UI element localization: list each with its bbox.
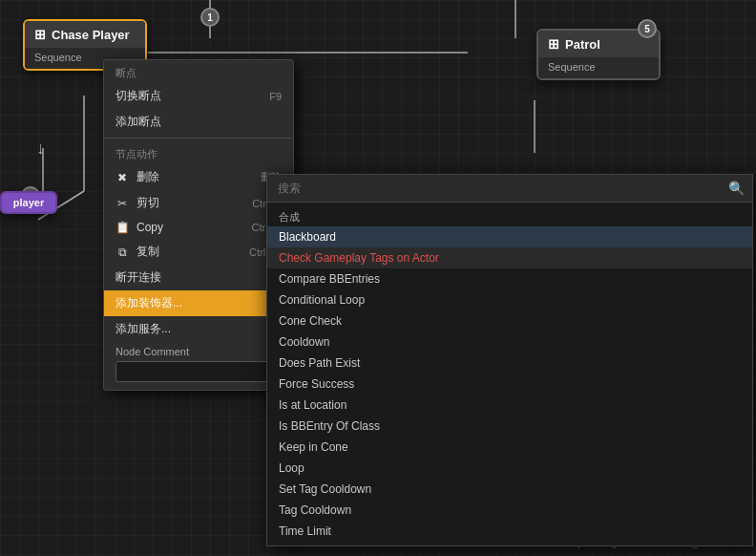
search-list: 合成 BlackboardCheck Gameplay Tags on Acto… — [267, 203, 752, 545]
menu-toggle-breakpoint-shortcut: F9 — [269, 91, 282, 102]
node-chase-subtitle: Sequence — [34, 52, 82, 63]
node-player[interactable]: player — [0, 191, 57, 214]
menu-add-service-label: 添加服务... — [116, 321, 171, 337]
search-section-label: 合成 — [267, 206, 752, 226]
menu-add-breakpoint[interactable]: 添加断点 — [104, 109, 293, 135]
search-item[interactable]: Tag Cooldown — [267, 500, 752, 521]
search-item[interactable]: Is BBEntry Of Class — [267, 416, 752, 437]
menu-duplicate-label: 复制 — [136, 244, 159, 260]
search-bar: 🔍 — [267, 175, 752, 203]
context-menu[interactable]: 断点 切换断点 F9 添加断点 节点动作 ✖ 删除 删除 ✂ 剪切 Ctrl+X… — [103, 59, 294, 391]
search-icon[interactable]: 🔍 — [728, 181, 745, 196]
menu-disconnect[interactable]: 断开连接 — [104, 265, 293, 290]
menu-duplicate[interactable]: ⧉ 复制 Ctrl+W — [104, 239, 293, 265]
menu-cut[interactable]: ✂ 剪切 Ctrl+X — [104, 190, 293, 216]
menu-delete-label: 删除 — [136, 169, 159, 185]
menu-toggle-breakpoint-label: 切换断点 — [116, 88, 161, 104]
section-node-action: 节点动作 — [104, 141, 293, 164]
node-patrol-subtitle: Sequence — [548, 61, 596, 73]
node-patrol-icon: ⊞ — [548, 36, 559, 52]
search-panel[interactable]: 🔍 合成 BlackboardCheck Gameplay Tags on Ac… — [266, 174, 753, 546]
search-item[interactable]: Force Success — [267, 374, 752, 395]
search-item[interactable]: Compare BBEntries — [267, 268, 752, 289]
menu-add-decorator-label: 添加装饰器... — [116, 295, 182, 311]
node-patrol-title: Patrol — [565, 37, 600, 52]
menu-add-decorator[interactable]: 添加装饰器... ▶ — [104, 290, 293, 316]
search-item[interactable]: Cone Check — [267, 310, 752, 331]
search-item[interactable]: Blackboard — [267, 226, 752, 247]
search-item[interactable]: Set Tag Cooldown — [267, 479, 752, 500]
menu-add-breakpoint-label: 添加断点 — [116, 114, 161, 130]
search-item[interactable]: Check Gameplay Tags on Actor — [267, 247, 752, 268]
cut-icon: ✂ — [116, 197, 129, 210]
menu-copy-label: Copy — [136, 221, 163, 234]
badge-5: 5 — [638, 19, 657, 38]
search-input[interactable] — [275, 179, 728, 198]
search-item[interactable]: Cooldown — [267, 331, 752, 353]
node-comment-input[interactable] — [116, 361, 282, 382]
section-breakpoint: 断点 — [104, 60, 293, 83]
search-item[interactable]: Loop — [267, 458, 752, 479]
node-comment-label: Node Comment — [104, 342, 293, 359]
node-chase-icon: ⊞ — [34, 27, 46, 42]
search-item[interactable]: Does Path Exist — [267, 353, 752, 374]
menu-add-service[interactable]: 添加服务... ▶ — [104, 316, 293, 342]
menu-copy[interactable]: 📋 Copy Ctrl+C — [104, 216, 293, 239]
search-item[interactable]: Is at Location — [267, 395, 752, 416]
node-player-header: player — [2, 193, 55, 212]
arrow-down: ↓ — [36, 139, 45, 159]
search-item[interactable]: Conditional Loop — [267, 289, 752, 310]
delete-icon: ✖ — [116, 171, 129, 184]
node-patrol-body: Sequence — [538, 57, 659, 78]
copy-icon: 📋 — [116, 221, 129, 234]
badge-1: 1 — [200, 8, 220, 27]
search-item[interactable]: Keep in Cone — [267, 437, 752, 458]
menu-delete[interactable]: ✖ 删除 删除 — [104, 164, 293, 190]
menu-toggle-breakpoint[interactable]: 切换断点 F9 — [104, 83, 293, 109]
menu-cut-label: 剪切 — [136, 195, 159, 211]
menu-disconnect-label: 断开连接 — [116, 269, 161, 286]
search-item[interactable]: Time Limit — [267, 521, 752, 542]
duplicate-icon: ⧉ — [116, 246, 129, 259]
node-chase-title: Chase Player — [52, 28, 130, 42]
divider-1 — [104, 138, 293, 139]
node-chase-header: ⊞ Chase Player — [25, 21, 145, 48]
node-player-title: player — [13, 197, 44, 208]
